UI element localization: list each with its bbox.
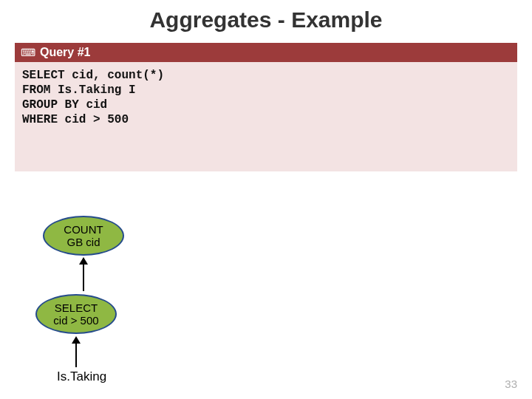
plan-node-select-line1: SELECT <box>53 301 98 314</box>
query-header-label: Query #1 <box>40 46 90 59</box>
table-label: Is.Taking <box>57 369 106 384</box>
plan-node-count-line1: COUNT <box>64 223 103 236</box>
arrow-icon <box>83 259 84 291</box>
page-number: 33 <box>505 378 517 390</box>
sql-code-block: SELECT cid, count(*) FROM Is.Taking I GR… <box>15 62 517 171</box>
arrow-icon <box>75 338 77 367</box>
keyboard-icon: ⌨ <box>21 47 35 58</box>
slide-title: Aggregates - Example <box>0 0 532 33</box>
plan-node-count: COUNT GB cid <box>43 216 124 256</box>
plan-node-select: SELECT cid > 500 <box>35 294 117 334</box>
plan-node-select-line2: cid > 500 <box>53 314 98 327</box>
query-header-bar: ⌨ Query #1 <box>15 43 517 62</box>
slide: Aggregates - Example ⌨ Query #1 SELECT c… <box>0 0 532 399</box>
plan-node-count-line2: GB cid <box>64 236 103 248</box>
